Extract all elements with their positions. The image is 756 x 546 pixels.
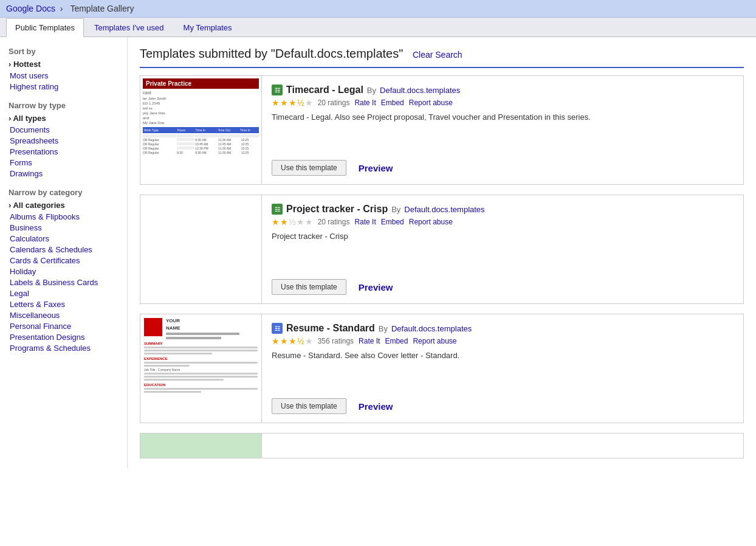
sidebar-item-presentation-designs[interactable]: Presentation Designs (9, 333, 121, 342)
app-name-link[interactable]: Google Docs (6, 4, 55, 13)
thumb-table-row: OR Regular 9:30 9:30 AM 11:30 AM 12:25 (143, 151, 259, 154)
thumb-blank (140, 195, 261, 303)
sidebar-item-drawings[interactable]: Drawings (9, 169, 121, 178)
breadcrumb-separator: › (60, 4, 63, 13)
sidebar-item-albums[interactable]: Albums & Flipbooks (9, 212, 121, 221)
template-card-partial (140, 433, 744, 458)
template-card: YOUR NAME SUMMARY EXPERIENCE (140, 314, 744, 423)
template-actions: Use this template Preview (272, 398, 734, 414)
sidebar-item-calendars[interactable]: Calendars & Schedules (9, 245, 121, 254)
rate-it-link[interactable]: Rate It (354, 98, 376, 107)
all-types[interactable]: All types (9, 114, 121, 123)
page-title-area: Templates submitted by "Default.docs.tem… (140, 47, 744, 68)
thumb-subtitle: card (143, 91, 259, 95)
sidebar-item-forms[interactable]: Forms (9, 158, 121, 167)
star-2: ★ (280, 98, 288, 108)
sidebar-item-cards[interactable]: Cards & Certificates (9, 256, 121, 265)
template-thumbnail-timecard: Private Practice card ter John Smith ED … (140, 76, 262, 184)
spreadsheet-icon: ☷ (272, 85, 283, 95)
preview-link[interactable]: Preview (359, 401, 393, 412)
report-abuse-link[interactable]: Report abuse (413, 337, 456, 345)
sidebar-item-personal-finance[interactable]: Personal Finance (9, 322, 121, 331)
rating-count: 20 ratings (318, 218, 350, 226)
thumb-table-header: Work Type Hours Time In Time Out Time In (143, 127, 259, 133)
by-label: By (379, 324, 388, 333)
template-info-timecard: ☷ Timecard - Legal By Default.docs.templ… (262, 76, 743, 184)
template-card: ☷ Project tracker - Crisp By Default.doc… (140, 195, 744, 304)
preview-link[interactable]: Preview (359, 163, 393, 173)
author-link[interactable]: Default.docs.templates (404, 205, 484, 214)
tab-bar: Public Templates Templates I've used My … (0, 18, 756, 37)
star-2: ★ (280, 336, 288, 346)
report-abuse-link[interactable]: Report abuse (409, 218, 453, 226)
title-row: ☷ Resume - Standard By Default.docs.temp… (272, 323, 734, 334)
sidebar-item-documents[interactable]: Documents (9, 125, 121, 134)
sort-hottest[interactable]: Hottest (9, 60, 121, 69)
resume-section: EDUCATION (144, 383, 258, 393)
sidebar-item-presentations[interactable]: Presentations (9, 147, 121, 156)
preview-link[interactable]: Preview (359, 282, 393, 292)
sort-highest-rating[interactable]: Highest rating (9, 82, 121, 91)
rate-it-link[interactable]: Rate It (359, 337, 380, 345)
use-template-button[interactable]: Use this template (272, 398, 346, 414)
template-actions: Use this template Preview (272, 160, 734, 176)
star-5: ★ (305, 98, 313, 108)
star-3: ½ (289, 217, 296, 227)
partial-thumbnail (140, 434, 262, 458)
rate-it-link[interactable]: Rate It (354, 218, 376, 226)
partial-info (262, 434, 743, 458)
template-title: Project tracker - Crisp (286, 204, 388, 215)
document-icon: ☷ (272, 323, 283, 334)
embed-link[interactable]: Embed (381, 98, 404, 107)
sidebar-item-legal[interactable]: Legal (9, 289, 121, 298)
use-template-button[interactable]: Use this template (272, 160, 346, 176)
sort-most-users[interactable]: Most users (9, 71, 121, 80)
rating-row: ★ ★ ★ ½ ★ 20 ratings Rate It Embed Repor… (272, 98, 734, 108)
narrow-by-type-label: Narrow by type (9, 101, 121, 110)
resume-lines: YOUR NAME (166, 318, 258, 339)
author-link[interactable]: Default.docs.templates (380, 86, 460, 95)
page-title-breadcrumb: Template Gallery (70, 4, 134, 13)
use-template-button[interactable]: Use this template (272, 279, 346, 295)
resume-red-box (144, 318, 162, 336)
sidebar-item-misc[interactable]: Miscellaneous (9, 311, 121, 320)
tab-public-templates[interactable]: Public Templates (6, 18, 84, 37)
resume-top: YOUR NAME (144, 318, 258, 339)
sidebar-item-spreadsheets[interactable]: Spreadsheets (9, 136, 121, 145)
clear-search-link[interactable]: Clear Search (413, 50, 462, 60)
rating-row: ★ ★ ½ ★ ★ 20 ratings Rate It Embed Repor… (272, 217, 734, 227)
star-rating: ★ ★ ★ ½ ★ (272, 98, 313, 108)
sidebar-item-programs[interactable]: Programs & Schedules (9, 344, 121, 353)
sidebar-item-business[interactable]: Business (9, 223, 121, 232)
template-thumbnail-resume: YOUR NAME SUMMARY EXPERIENCE (140, 314, 262, 423)
all-categories[interactable]: All categories (9, 201, 121, 210)
star-5: ★ (305, 336, 313, 346)
top-bar: Google Docs › Template Gallery (0, 0, 756, 18)
resume-section: SUMMARY (144, 342, 258, 354)
rating-count: 20 ratings (318, 98, 350, 107)
sidebar-item-calculators[interactable]: Calculators (9, 234, 121, 243)
template-info-resume: ☷ Resume - Standard By Default.docs.temp… (262, 314, 743, 423)
tab-templates-used[interactable]: Templates I've used (85, 18, 173, 37)
content-area: Sort by Hottest Most users Highest ratin… (0, 37, 756, 468)
thumb-table-row: OR Regular 12:30 PM 11:30 AM 12:25 (143, 147, 259, 150)
template-description: Project tracker - Crisp (272, 232, 734, 271)
embed-link[interactable]: Embed (381, 218, 404, 226)
thumb-table-row: OR Regular 10:45 AM 11:45 AM 12:35 (143, 142, 259, 146)
report-abuse-link[interactable]: Report abuse (409, 98, 453, 107)
sidebar-item-holiday[interactable]: Holiday (9, 267, 121, 276)
tab-my-templates[interactable]: My Templates (174, 18, 241, 37)
title-row: ☷ Project tracker - Crisp By Default.doc… (272, 204, 734, 215)
thumb-resume: YOUR NAME SUMMARY EXPERIENCE (140, 314, 261, 423)
sort-by-label: Sort by (9, 47, 121, 56)
sidebar-item-labels[interactable]: Labels & Business Cards (9, 278, 121, 287)
sidebar-item-letters[interactable]: Letters & Faxes (9, 300, 121, 309)
template-card: Private Practice card ter John Smith ED … (140, 75, 744, 185)
template-description: Timecard - Legal. Also see Project propo… (272, 112, 734, 151)
rating-row: ★ ★ ★ ½ ★ 356 ratings Rate It Embed Repo… (272, 336, 734, 346)
author-link[interactable]: Default.docs.templates (391, 324, 472, 333)
star-3: ★ (289, 336, 297, 346)
title-row: ☷ Timecard - Legal By Default.docs.templ… (272, 85, 734, 95)
narrow-by-category-label: Narrow by category (9, 188, 121, 197)
embed-link[interactable]: Embed (385, 337, 408, 345)
